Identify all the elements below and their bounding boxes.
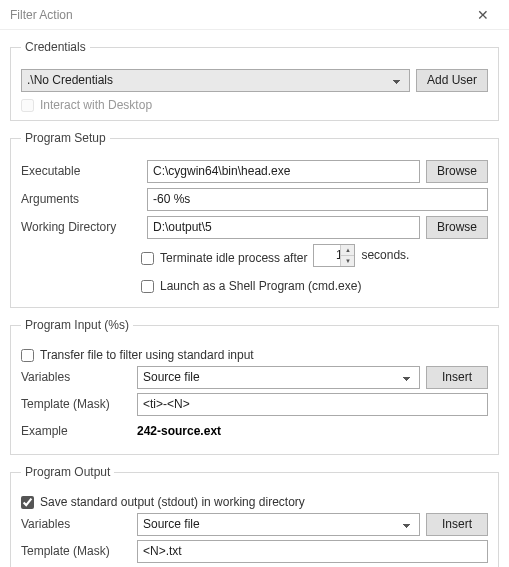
executable-label: Executable <box>21 164 141 178</box>
program-setup-legend: Program Setup <box>21 131 110 145</box>
input-template-label: Template (Mask) <box>21 397 131 411</box>
interact-desktop-input <box>21 99 34 112</box>
close-icon: ✕ <box>477 7 489 23</box>
output-variables-label: Variables <box>21 517 131 531</box>
save-stdout-label: Save standard output (stdout) in working… <box>40 495 305 509</box>
launch-shell-checkbox[interactable]: Launch as a Shell Program (cmd.exe) <box>141 279 361 293</box>
executable-browse-button[interactable]: Browse <box>426 160 488 183</box>
spinner-up-icon[interactable]: ▲ <box>340 245 354 256</box>
program-input-group: Program Input (%s) Transfer file to filt… <box>10 318 499 455</box>
credentials-group: Credentials .\No Credentials Add User In… <box>10 40 499 121</box>
workdir-browse-button[interactable]: Browse <box>426 216 488 239</box>
transfer-file-input[interactable] <box>21 349 34 362</box>
program-output-group: Program Output Save standard output (std… <box>10 465 499 567</box>
launch-shell-label: Launch as a Shell Program (cmd.exe) <box>160 279 361 293</box>
arguments-label: Arguments <box>21 192 141 206</box>
workdir-input[interactable] <box>147 216 420 239</box>
terminate-seconds-spinner[interactable]: ▲ ▼ <box>313 244 355 267</box>
save-stdout-input[interactable] <box>21 496 34 509</box>
arguments-input[interactable] <box>147 188 488 211</box>
credentials-legend: Credentials <box>21 40 90 54</box>
terminate-idle-label-post: seconds. <box>361 248 409 262</box>
input-template-input[interactable] <box>137 393 488 416</box>
terminate-idle-checkbox[interactable]: Terminate idle process after <box>141 251 307 265</box>
title-bar: Filter Action ✕ <box>0 0 509 30</box>
input-variables-label: Variables <box>21 370 131 384</box>
credentials-select[interactable]: .\No Credentials <box>21 69 410 92</box>
spinner-down-icon[interactable]: ▼ <box>340 256 354 266</box>
terminate-idle-label-pre: Terminate idle process after <box>160 251 307 265</box>
add-user-button[interactable]: Add User <box>416 69 488 92</box>
executable-input[interactable] <box>147 160 420 183</box>
workdir-label: Working Directory <box>21 220 141 234</box>
output-template-input[interactable] <box>137 540 488 563</box>
terminate-idle-input[interactable] <box>141 252 154 265</box>
program-input-legend: Program Input (%s) <box>21 318 133 332</box>
interact-desktop-label: Interact with Desktop <box>40 98 152 112</box>
window-title: Filter Action <box>10 8 463 22</box>
output-variables-select[interactable]: Source file <box>137 513 420 536</box>
save-stdout-checkbox[interactable]: Save standard output (stdout) in working… <box>21 495 488 509</box>
launch-shell-input[interactable] <box>141 280 154 293</box>
input-example-value: 242-source.ext <box>137 424 221 438</box>
input-variables-select[interactable]: Source file <box>137 366 420 389</box>
close-button[interactable]: ✕ <box>463 1 503 29</box>
transfer-file-checkbox[interactable]: Transfer file to filter using standard i… <box>21 348 488 362</box>
program-output-legend: Program Output <box>21 465 114 479</box>
transfer-file-label: Transfer file to filter using standard i… <box>40 348 254 362</box>
input-insert-button[interactable]: Insert <box>426 366 488 389</box>
input-example-label: Example <box>21 424 131 438</box>
interact-desktop-checkbox[interactable]: Interact with Desktop <box>21 98 488 112</box>
output-insert-button[interactable]: Insert <box>426 513 488 536</box>
output-template-label: Template (Mask) <box>21 544 131 558</box>
program-setup-group: Program Setup Executable Browse Argument… <box>10 131 499 308</box>
